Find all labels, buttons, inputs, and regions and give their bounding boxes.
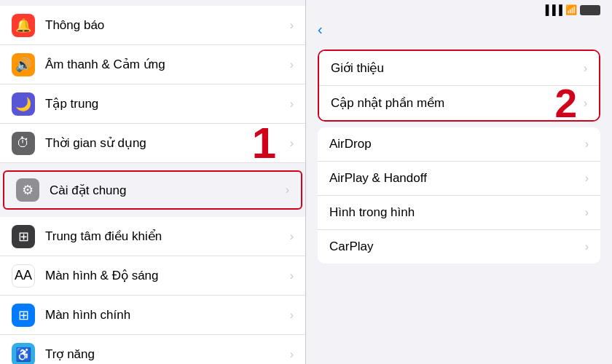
wifi-icon: 📶 [565,4,577,15]
signal-icon: ▐▐▐ [542,4,562,15]
right-panel: ▐▐▐ 📶 ‹ Giới thiệu›Cập nhật phần mềm›2Ai… [306,0,612,364]
airplay-chevron: › [585,172,589,185]
settings-item-thoi-gian[interactable]: ⏱Thời gian sử dụng›1 [0,124,305,163]
tro-nang-icon: ♿ [12,343,35,365]
settings-item-man-hinh-do-sang[interactable]: AAMàn hình & Độ sáng› [0,256,305,296]
right-item-gioi-thieu[interactable]: Giới thiệu› [319,51,599,86]
settings-list [0,0,305,6]
settings-item-tro-nang[interactable]: ♿Trợ năng› [0,335,305,364]
cai-dat-chung-icon: ⚙ [16,178,39,202]
chevron-left-icon: ‹ [318,21,323,38]
settings-item-trung-tam[interactable]: ⊞Trung tâm điều khiển› [0,217,305,256]
cai-dat-chung-label: Cài đặt chung [50,183,286,198]
thoi-gian-chevron: › [290,137,294,150]
man-hinh-chinh-chevron: › [290,309,294,322]
gioi-thieu-chevron: › [584,62,587,75]
gioi-thieu-label: Giới thiệu [331,60,584,76]
right-settings-content: Giới thiệu›Cập nhật phần mềm›2AirDrop›Ai… [306,44,612,264]
tro-nang-label: Trợ năng [45,347,290,362]
cap-nhat-label: Cập nhật phần mềm [331,95,584,111]
tap-trung-label: Tập trung [45,96,290,111]
left-panel: 🔔Thông báo›🔊Âm thanh & Cảm ứng›🌙Tập trun… [0,0,306,364]
man-hinh-chinh-label: Màn hình chính [45,308,290,323]
thong-bao-icon: 🔔 [12,14,35,37]
tap-trung-icon: 🌙 [12,92,35,116]
thong-bao-label: Thông báo [45,18,290,33]
man-hinh-do-sang-icon: AA [12,264,35,288]
thoi-gian-icon: ⏱ [12,132,35,155]
man-hinh-do-sang-chevron: › [290,269,294,282]
am-thanh-icon: 🔊 [12,53,35,76]
am-thanh-label: Âm thanh & Cảm ứng [45,57,290,72]
man-hinh-do-sang-label: Màn hình & Độ sáng [45,268,290,283]
airplay-label: AirPlay & Handoff [329,171,585,186]
thoi-gian-label: Thời gian sử dụng [45,135,290,151]
airdrop-label: AirDrop [329,137,585,151]
trung-tam-icon: ⊞ [12,225,35,248]
settings-group-group1: Giới thiệu›Cập nhật phần mềm›2 [318,50,600,122]
settings-item-cai-dat-chung[interactable]: ⚙Cài đặt chung› [3,170,302,210]
cai-dat-chung-chevron: › [286,183,289,197]
trung-tam-label: Trung tâm điều khiển [45,229,290,244]
status-bar: ▐▐▐ 📶 [306,0,612,18]
man-hinh-chinh-icon: ⊞ [12,304,35,327]
back-button[interactable]: ‹ [318,21,324,38]
settings-item-am-thanh[interactable]: 🔊Âm thanh & Cảm ứng› [0,45,305,84]
settings-item-tap-trung[interactable]: 🌙Tập trung› [0,84,305,124]
right-item-cap-nhat[interactable]: Cập nhật phần mềm›2 [319,86,599,120]
carplay-chevron: › [585,240,589,253]
tap-trung-chevron: › [290,98,294,111]
right-item-hinh-trong-hinh[interactable]: Hình trong hình› [318,196,600,230]
hinh-trong-hinh-chevron: › [585,206,589,219]
battery-indicator [580,5,600,15]
settings-group-group2: AirDrop›AirPlay & Handoff›Hình trong hìn… [318,127,600,264]
nav-bar: ‹ [306,18,612,44]
hinh-trong-hinh-label: Hình trong hình [329,205,585,220]
settings-item-thong-bao[interactable]: 🔔Thông báo› [0,6,305,45]
right-item-airdrop[interactable]: AirDrop› [318,127,600,162]
cap-nhat-chevron: › [584,97,587,110]
right-item-carplay[interactable]: CarPlay› [318,230,600,264]
thong-bao-chevron: › [290,19,294,32]
tro-nang-chevron: › [290,348,294,361]
carplay-label: CarPlay [329,240,585,254]
settings-item-man-hinh-chinh[interactable]: ⊞Màn hình chính› [0,296,305,335]
am-thanh-chevron: › [290,58,294,71]
status-icons: ▐▐▐ 📶 [542,4,600,15]
airdrop-chevron: › [585,138,589,151]
trung-tam-chevron: › [290,230,294,243]
right-item-airplay[interactable]: AirPlay & Handoff› [318,162,600,196]
